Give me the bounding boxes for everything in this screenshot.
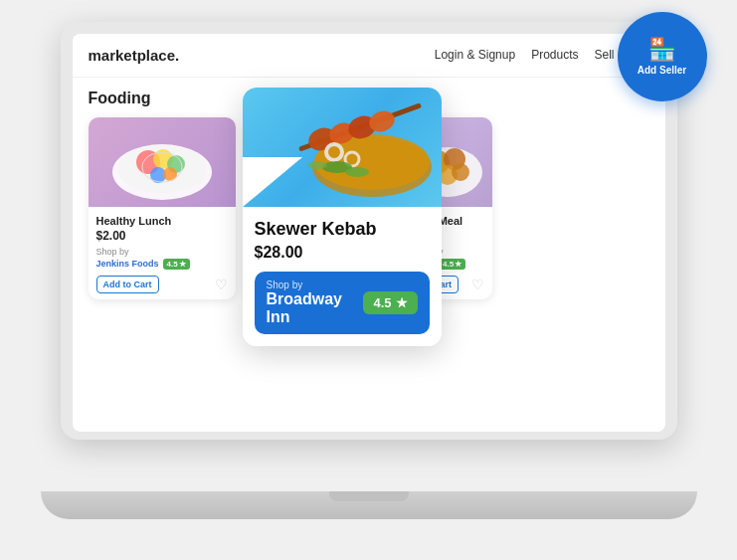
svg-point-21 bbox=[452, 163, 469, 181]
product-cards-row: Healthy Lunch $2.00 Shop by Jenkins Food… bbox=[89, 117, 649, 299]
main-content: Fooding bbox=[73, 78, 665, 311]
nav-sell[interactable]: Sell bbox=[594, 48, 614, 62]
scene: 🏪 Add Seller marketplace. Login & Signup… bbox=[41, 22, 697, 539]
card-shop-row-healthy-lunch: Jenkins Foods 4.5 ★ bbox=[96, 259, 228, 270]
add-seller-label: Add Seller bbox=[638, 65, 686, 77]
shop-by-name: Broadway Inn bbox=[267, 290, 354, 326]
featured-rating-badge: 4.5 ★ bbox=[363, 291, 417, 314]
laptop-screen: marketplace. Login & Signup Products Sel… bbox=[61, 22, 677, 440]
featured-card-skewer-kebab: Skewer Kebab $28.00 Shop by Broadway Inn… bbox=[243, 88, 442, 346]
add-to-cart-button-healthy-lunch[interactable]: Add to Cart bbox=[96, 276, 159, 293]
food-illustration-salad bbox=[89, 117, 236, 207]
rating-badge-chicken-meal: 4.5 ★ bbox=[439, 259, 465, 270]
nav-login[interactable]: Login & Signup bbox=[435, 48, 515, 62]
product-card-healthy-lunch: Healthy Lunch $2.00 Shop by Jenkins Food… bbox=[89, 117, 236, 299]
laptop-base bbox=[41, 491, 697, 519]
card-body-healthy-lunch: Healthy Lunch $2.00 Shop by Jenkins Food… bbox=[89, 207, 236, 299]
star-icon: ★ bbox=[179, 260, 186, 269]
add-seller-button[interactable]: 🏪 Add Seller bbox=[618, 12, 707, 101]
star-icon-3: ★ bbox=[455, 260, 461, 269]
screen-content: marketplace. Login & Signup Products Sel… bbox=[73, 34, 665, 432]
featured-star-icon: ★ bbox=[396, 295, 408, 310]
brand-logo: marketplace. bbox=[89, 47, 435, 64]
store-icon: 🏪 bbox=[648, 37, 675, 63]
wishlist-icon-healthy-lunch[interactable]: ♡ bbox=[215, 277, 228, 292]
card-name-healthy-lunch: Healthy Lunch bbox=[96, 215, 228, 227]
card-price-healthy-lunch: $2.00 bbox=[96, 229, 228, 243]
navbar: marketplace. Login & Signup Products Sel… bbox=[73, 34, 665, 78]
featured-price: $28.00 bbox=[255, 244, 430, 262]
featured-card-body: Skewer Kebab $28.00 Shop by Broadway Inn… bbox=[243, 207, 442, 346]
card-actions-healthy-lunch: Add to Cart ♡ bbox=[96, 276, 228, 293]
nav-products[interactable]: Products bbox=[531, 48, 578, 62]
shop-name-healthy-lunch: Jenkins Foods bbox=[96, 259, 159, 269]
card-image-healthy-lunch bbox=[89, 117, 236, 207]
shop-by-text: Shop by Broadway Inn bbox=[267, 280, 354, 326]
card-shop-label-healthy-lunch: Shop by bbox=[96, 247, 228, 257]
svg-point-32 bbox=[345, 167, 369, 177]
featured-name: Skewer Kebab bbox=[255, 219, 430, 240]
wishlist-icon-chicken-meal[interactable]: ♡ bbox=[471, 277, 484, 292]
featured-card-image bbox=[243, 88, 442, 207]
rating-badge-healthy-lunch: 4.5 ★ bbox=[163, 259, 190, 270]
shop-by-banner: Shop by Broadway Inn 4.5 ★ bbox=[255, 272, 430, 334]
food-illustration-kebab bbox=[243, 88, 442, 207]
shop-by-label: Shop by bbox=[267, 280, 354, 290]
svg-point-33 bbox=[307, 161, 327, 169]
